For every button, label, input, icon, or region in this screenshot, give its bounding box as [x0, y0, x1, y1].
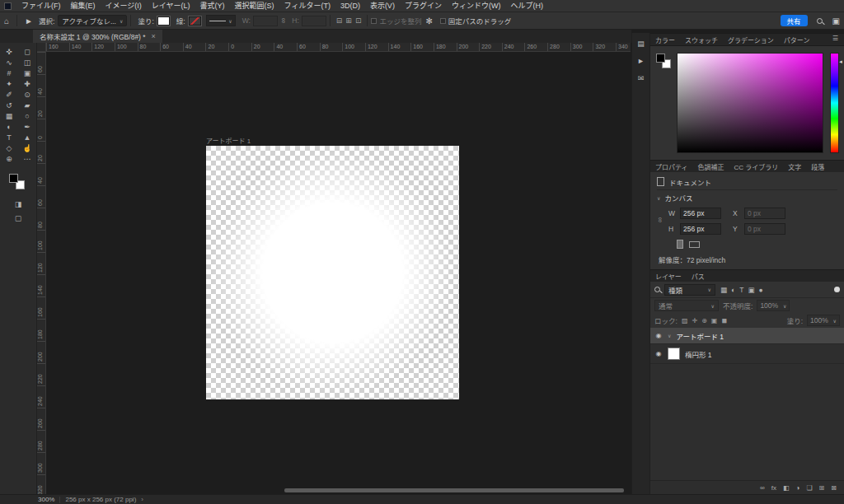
- gear-icon[interactable]: ✻: [421, 16, 436, 26]
- lock-artboard-icon[interactable]: ▣: [711, 317, 718, 324]
- chevron-down-icon[interactable]: ∨: [668, 333, 671, 338]
- layer-row-shape[interactable]: ◉ 楕円形 1: [650, 344, 844, 364]
- x-field[interactable]: [744, 208, 785, 219]
- width-field[interactable]: [680, 208, 721, 219]
- vertical-ruler[interactable]: 6040200204060801001201401601802002202402…: [37, 52, 46, 494]
- close-icon[interactable]: ×: [152, 32, 156, 40]
- menu-item[interactable]: 3D(D): [335, 0, 365, 12]
- hand-tool-icon[interactable]: ☝: [18, 142, 36, 153]
- panel-tab[interactable]: グラデーション: [723, 34, 779, 45]
- fill-swatch[interactable]: [157, 16, 170, 26]
- landscape-orientation-button[interactable]: [689, 241, 700, 248]
- comments-panel-icon[interactable]: ✉: [638, 74, 645, 82]
- libraries-panel-icon[interactable]: ▤: [637, 40, 645, 48]
- panel-tab[interactable]: 文字: [783, 161, 806, 172]
- quick-mask-icon[interactable]: ◨: [15, 200, 22, 208]
- layer-mask-icon[interactable]: ◧: [783, 484, 790, 492]
- hue-slider-marker[interactable]: ◄: [838, 59, 843, 64]
- canvas-area[interactable]: 1601401201008060402002040608010012014016…: [37, 43, 631, 494]
- eraser-tool-icon[interactable]: ▰: [18, 100, 36, 110]
- menu-item[interactable]: 表示(V): [365, 0, 400, 12]
- select-mode-dropdown[interactable]: アクティブなレ... ∨: [58, 15, 127, 26]
- portrait-orientation-button[interactable]: [677, 240, 683, 249]
- filter-shape-layers-icon[interactable]: ▣: [748, 286, 754, 294]
- adjustment-layer-icon[interactable]: ◑: [796, 484, 800, 492]
- menu-item[interactable]: 編集(E): [66, 0, 101, 12]
- fixed-path-drag-checkbox[interactable]: [440, 18, 446, 24]
- menu-item[interactable]: 選択範囲(S): [230, 0, 279, 12]
- fill-dropdown[interactable]: 100% ∨: [807, 315, 840, 326]
- lock-transparency-icon[interactable]: ▨: [682, 317, 688, 324]
- menu-item[interactable]: イメージ(I): [101, 0, 147, 12]
- stroke-style-dropdown[interactable]: ∨: [206, 15, 236, 26]
- object-selection-tool-icon[interactable]: ◫: [18, 57, 36, 68]
- clone-stamp-tool-icon[interactable]: ⊙: [18, 89, 36, 100]
- search-icon[interactable]: [817, 18, 823, 24]
- move-tool-icon[interactable]: ✜: [0, 46, 18, 57]
- artboard-label[interactable]: アートボード 1: [206, 136, 251, 145]
- panel-tab[interactable]: CC ライブラリ: [729, 161, 784, 172]
- opacity-dropdown[interactable]: 100% ∨: [757, 300, 790, 311]
- panel-menu-icon[interactable]: ☰: [828, 35, 842, 42]
- height-field[interactable]: [680, 223, 721, 235]
- menu-item[interactable]: 書式(Y): [195, 0, 230, 12]
- lock-position-icon[interactable]: ⊕: [701, 317, 707, 324]
- menu-item[interactable]: レイヤー(L): [147, 0, 195, 12]
- panel-tab[interactable]: パターン: [779, 34, 815, 45]
- history-brush-tool-icon[interactable]: ↺: [0, 100, 18, 110]
- document-tab[interactable]: 名称未設定 1 @ 300% (RGB/8#) * ×: [33, 30, 162, 43]
- filter-type-layers-icon[interactable]: T: [739, 286, 743, 294]
- menu-item[interactable]: ウィンドウ(W): [447, 0, 506, 12]
- panel-tab[interactable]: カラー: [650, 34, 680, 45]
- panel-tab[interactable]: プロパティ: [650, 161, 693, 172]
- hue-slider[interactable]: [830, 53, 839, 153]
- crop-tool-icon[interactable]: #: [0, 68, 18, 78]
- saturation-brightness-field[interactable]: [677, 53, 823, 153]
- align-edges-toggle[interactable]: エッジを整列: [371, 16, 421, 26]
- link-dimensions-icon[interactable]: ∞: [279, 18, 288, 23]
- layer-effects-icon[interactable]: fx: [771, 484, 776, 492]
- delete-layer-icon[interactable]: ⊠: [831, 484, 837, 492]
- panel-tab[interactable]: パス: [687, 270, 710, 282]
- zoom-tool-icon[interactable]: ⊕: [0, 153, 18, 164]
- filter-pixel-layers-icon[interactable]: ▦: [720, 286, 727, 294]
- zoom-level[interactable]: 300%: [38, 496, 54, 503]
- shape-tool-icon[interactable]: ◇: [0, 142, 18, 153]
- filter-kind-dropdown[interactable]: 種類 ∨: [664, 284, 715, 296]
- filter-adjustment-layers-icon[interactable]: ◐: [731, 286, 735, 294]
- gradient-tool-icon[interactable]: ▦: [0, 110, 18, 121]
- export-panel-icon[interactable]: ►: [637, 57, 645, 65]
- width-input[interactable]: [253, 16, 278, 26]
- lasso-tool-icon[interactable]: ∿: [0, 57, 18, 68]
- brush-tool-icon[interactable]: ✐: [0, 89, 18, 100]
- filter-smart-objects-icon[interactable]: ●: [758, 286, 762, 294]
- horizontal-scrollbar[interactable]: [284, 488, 624, 492]
- menu-item[interactable]: ヘルプ(H): [505, 0, 548, 12]
- panel-tab[interactable]: スウォッチ: [680, 34, 723, 45]
- chevron-right-icon[interactable]: ›: [141, 496, 143, 503]
- healing-brush-tool-icon[interactable]: ✚: [18, 78, 36, 89]
- horizontal-ruler[interactable]: 1601401201008060402002040608010012014016…: [46, 43, 631, 52]
- menu-item[interactable]: フィルター(T): [279, 0, 335, 12]
- panel-tab[interactable]: 段落: [806, 161, 829, 172]
- fixed-path-drag-toggle[interactable]: 固定パスのドラッグ: [440, 16, 512, 26]
- stroke-swatch[interactable]: [189, 16, 201, 26]
- workspace-switcher-icon[interactable]: ▣: [828, 16, 844, 26]
- layer-thumbnail[interactable]: [668, 348, 680, 360]
- foreground-color-swatch[interactable]: [656, 54, 665, 63]
- distribute-icon[interactable]: ⊞: [345, 16, 352, 25]
- link-layers-icon[interactable]: ∞: [760, 484, 765, 492]
- y-field[interactable]: [744, 223, 785, 235]
- marquee-tool-icon[interactable]: ◻: [18, 46, 36, 57]
- panel-tab[interactable]: 色調補正: [693, 161, 729, 172]
- menu-item[interactable]: ファイル(F): [16, 0, 66, 12]
- visibility-eye-icon[interactable]: ◉: [654, 332, 663, 339]
- height-input[interactable]: [302, 16, 326, 26]
- canvas-section-header[interactable]: ∨ カンバス: [657, 190, 837, 205]
- align-icon[interactable]: ⊟: [336, 16, 343, 25]
- screen-mode-icon[interactable]: ▢: [15, 214, 22, 222]
- eyedropper-tool-icon[interactable]: ✦: [0, 78, 18, 89]
- share-button[interactable]: 共有: [781, 15, 808, 26]
- align-edges-checkbox[interactable]: [371, 18, 377, 24]
- link-dimensions-icon[interactable]: ∞: [656, 217, 664, 222]
